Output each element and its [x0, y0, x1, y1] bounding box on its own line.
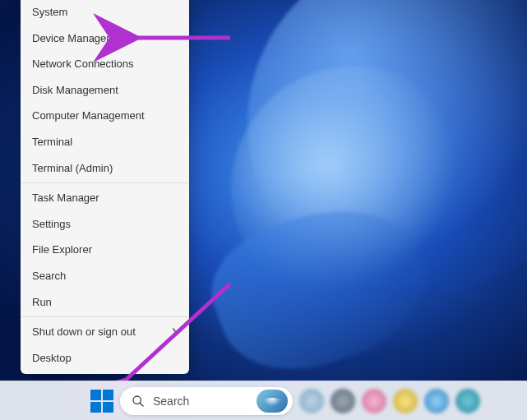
menu-divider [21, 182, 189, 183]
menu-item-label: System [32, 6, 67, 19]
taskbar-pinned-app[interactable] [362, 389, 386, 413]
menu-item-label: Computer Management [32, 109, 145, 122]
menu-item-label: File Explorer [32, 243, 92, 256]
taskbar-pinned-app[interactable] [331, 389, 355, 413]
menu-item-search[interactable]: Search [21, 263, 189, 289]
menu-item-terminal[interactable]: Terminal [21, 129, 189, 155]
menu-item-label: Disk Management [32, 84, 118, 97]
menu-item-network-connections[interactable]: Network Connections [21, 51, 189, 77]
menu-item-desktop[interactable]: Desktop [21, 345, 189, 372]
taskbar-pinned-app[interactable] [455, 389, 480, 413]
menu-item-label: Task Manager [32, 192, 99, 205]
menu-item-label: Terminal [32, 136, 72, 149]
search-highlight-thumb [257, 390, 288, 413]
menu-item-shut-down-sign-out[interactable]: Shut down or sign out ❯ [21, 319, 189, 345]
menu-item-label: Terminal (Admin) [32, 162, 113, 175]
chevron-right-icon: ❯ [171, 327, 178, 337]
menu-item-file-explorer[interactable]: File Explorer [21, 237, 189, 263]
search-placeholder: Search [153, 395, 189, 408]
search-icon [132, 395, 145, 408]
taskbar-pinned-app[interactable] [424, 389, 449, 413]
taskbar-pinned-app[interactable] [393, 389, 418, 413]
menu-item-label: Shut down or sign out [32, 325, 136, 339]
menu-item-label: Network Connections [32, 58, 134, 71]
menu-item-label: Device Manager [32, 32, 110, 45]
menu-item-run[interactable]: Run [21, 289, 189, 316]
menu-item-system[interactable]: System [21, 0, 189, 25]
menu-item-label: Desktop [32, 352, 72, 365]
menu-item-task-manager[interactable]: Task Manager [21, 185, 189, 211]
taskbar: Search [0, 381, 527, 420]
desktop: System Device Manager Network Connection… [0, 0, 527, 420]
menu-item-disk-management[interactable]: Disk Management [21, 77, 189, 104]
taskbar-search[interactable]: Search [120, 387, 293, 415]
svg-line-3 [140, 403, 143, 406]
start-button[interactable] [90, 390, 113, 413]
menu-item-terminal-admin[interactable]: Terminal (Admin) [21, 155, 189, 182]
menu-item-computer-management[interactable]: Computer Management [21, 103, 189, 129]
taskbar-pinned-app[interactable] [299, 389, 324, 413]
menu-item-label: Settings [32, 218, 71, 231]
menu-item-label: Search [32, 270, 66, 283]
menu-item-label: Run [32, 296, 52, 309]
winx-context-menu: System Device Manager Network Connection… [21, 0, 189, 374]
menu-item-settings[interactable]: Settings [21, 211, 189, 238]
menu-item-device-manager[interactable]: Device Manager [21, 25, 189, 52]
menu-divider [21, 316, 189, 317]
